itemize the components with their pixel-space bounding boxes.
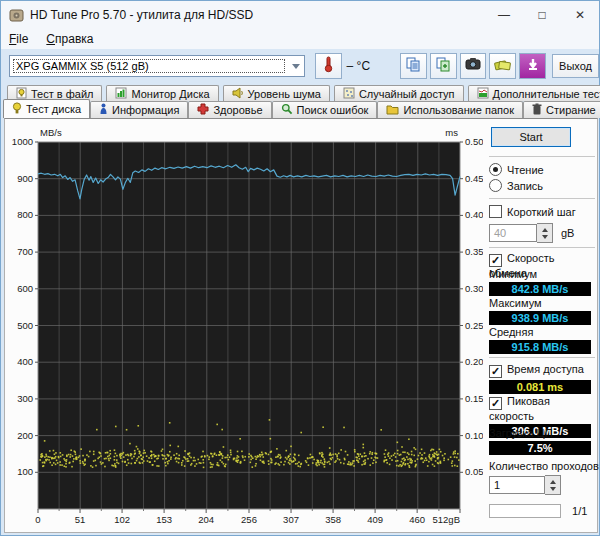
svg-text:800: 800 (17, 209, 33, 220)
svg-text:100: 100 (17, 466, 33, 477)
separator (489, 198, 595, 199)
separator (489, 156, 595, 157)
chevron-down-icon[interactable] (288, 57, 304, 75)
radio-write[interactable] (489, 179, 502, 192)
thermometer-icon (323, 55, 333, 77)
separator (489, 357, 595, 358)
access-time-value: 0.081 ms (489, 380, 591, 394)
tab-label: Монитор Диска (131, 88, 209, 100)
tab-extra-tests[interactable]: Дополнительные тесты (468, 85, 600, 101)
block-size-input[interactable]: 40 (489, 224, 537, 242)
close-button[interactable]: ✕ (561, 1, 599, 29)
notes-button[interactable] (489, 53, 516, 79)
svg-text:200: 200 (17, 430, 33, 441)
short-stride-checkbox[interactable] (489, 205, 502, 218)
tab-error-scan[interactable]: Поиск ошибок (272, 101, 378, 118)
tab-health[interactable]: Здоровье (188, 101, 271, 118)
tab-information[interactable]: Информация (90, 101, 188, 118)
svg-text:0: 0 (35, 514, 40, 525)
copy-image-button[interactable] (430, 53, 457, 79)
menu-file[interactable]: File (9, 32, 28, 46)
svg-text:0.10: 0.10 (465, 430, 483, 441)
menu-help[interactable]: Справка (46, 32, 93, 46)
short-stride-label: Короткий шаг (507, 206, 576, 218)
tab-label: Поиск ошибок (297, 104, 369, 116)
svg-text:0.50: 0.50 (465, 136, 483, 147)
tab-label: Случайный доступ (359, 88, 455, 100)
tab-row-primary: Тест диска Информация Здоровье Поиск оши… (3, 101, 600, 118)
magnifier-icon (281, 103, 293, 117)
tab-label: Тест в файл (31, 88, 93, 100)
access-time-checkbox[interactable]: ✓ (489, 365, 502, 378)
start-button[interactable]: Start (491, 127, 571, 147)
tab-random-access[interactable]: Случайный доступ (334, 85, 464, 101)
tab-label: Информация (112, 104, 179, 116)
svg-text:0.20: 0.20 (465, 356, 483, 367)
access-time-label: Время доступа (507, 363, 584, 375)
progress-label: 1/1 (572, 505, 587, 517)
minimize-button[interactable]: — (485, 1, 523, 29)
tab-label: Использование папок (403, 104, 514, 116)
tab-erase[interactable]: Стирание (523, 101, 600, 118)
transfer-rate-checkbox[interactable]: ✓ (489, 254, 502, 267)
tab-disk-monitor[interactable]: Монитор Диска (106, 85, 218, 101)
tab-noise-level[interactable]: Уровень шума (223, 85, 330, 101)
maximum-value: 938.9 MB/s (489, 311, 591, 325)
minimum-label: Минимум (489, 268, 595, 280)
svg-text:0.30: 0.30 (465, 283, 483, 294)
tab-label: Стирание (546, 104, 596, 116)
app-window: HD Tune Pro 5.70 - утилита для HD/SSD — … (0, 0, 600, 536)
maximize-button[interactable]: □ (523, 1, 561, 29)
progress-bar (489, 504, 561, 518)
tab-label: Уровень шума (248, 88, 321, 100)
radio-read-label: Чтение (507, 164, 544, 176)
tab-label: Тест диска (26, 103, 81, 115)
svg-text:700: 700 (17, 246, 33, 257)
exit-button[interactable]: Выход (552, 54, 599, 78)
pass-count-input[interactable]: 1 (489, 476, 545, 494)
save-results-button[interactable] (519, 53, 546, 79)
svg-text:358: 358 (325, 514, 341, 525)
tab-label: Дополнительные тесты (493, 88, 600, 100)
copy-add-icon (435, 56, 451, 76)
svg-text:0.15: 0.15 (465, 393, 483, 404)
svg-text:409: 409 (367, 514, 383, 525)
svg-text:0.40: 0.40 (465, 209, 483, 220)
device-selector[interactable]: XPG GAMMIX S5 (512 gB) (9, 55, 305, 77)
svg-text:0.45: 0.45 (465, 173, 483, 184)
app-icon (9, 8, 24, 23)
bar-chart-icon (115, 87, 127, 101)
copy-text-button[interactable] (400, 53, 427, 79)
svg-text:512gB: 512gB (433, 514, 460, 525)
screenshot-button[interactable] (460, 53, 487, 79)
svg-text:1000: 1000 (12, 136, 33, 147)
device-selector-value: XPG GAMMIX S5 (512 gB) (12, 58, 286, 74)
svg-text:256: 256 (241, 514, 257, 525)
svg-text:0.25: 0.25 (465, 320, 483, 331)
separator (489, 247, 595, 248)
radio-read[interactable] (489, 163, 502, 176)
svg-text:500: 500 (17, 320, 33, 331)
svg-text:460: 460 (409, 514, 425, 525)
svg-text:600: 600 (17, 283, 33, 294)
benchmark-panel: Start Чтение Запись Короткий шаг 40 gB ✓… (483, 119, 597, 532)
tab-label: Здоровье (213, 104, 262, 116)
window-title: HD Tune Pro 5.70 - утилита для HD/SSD (30, 8, 253, 22)
minimum-value: 842.8 MB/s (489, 282, 591, 296)
svg-text:ms: ms (445, 127, 458, 138)
download-icon (526, 57, 540, 75)
pass-count-label: Количество проходов (489, 460, 595, 472)
tab-row-secondary: Тест в файл Монитор Диска Уровень шума С… (7, 85, 600, 101)
toolbar: XPG GAMMIX S5 (512 gB) – °C (1, 49, 599, 83)
tab-disk-test[interactable]: Тест диска (3, 99, 90, 118)
pass-count-stepper[interactable] (545, 475, 561, 495)
mini-chart-icon (477, 87, 489, 101)
tab-folder-usage[interactable]: Использование папок (377, 101, 523, 118)
tab-page-disk-test: 10009008007006005004003002001000.500.450… (4, 118, 598, 533)
info-icon (99, 103, 108, 117)
red-cross-icon (197, 103, 209, 117)
block-size-stepper[interactable] (537, 223, 553, 243)
burst-rate-checkbox[interactable]: ✓ (489, 397, 502, 410)
temperature-button[interactable] (315, 53, 342, 79)
benchmark-chart: 10009008007006005004003002001000.500.450… (5, 119, 483, 532)
